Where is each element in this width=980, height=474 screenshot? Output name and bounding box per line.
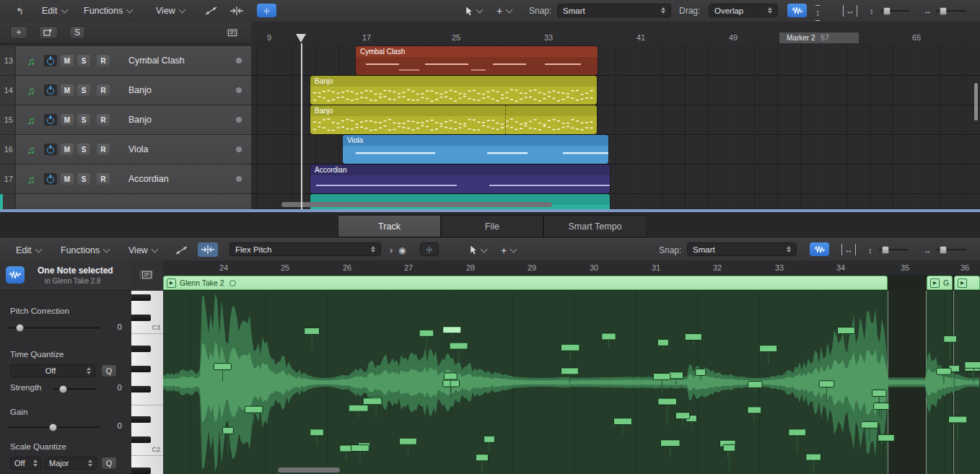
audio-region-header-stub[interactable]: ▶ [954,276,980,290]
piano-keyboard[interactable]: C3 C2 [131,291,164,474]
flex-time-icon[interactable] [229,0,244,22]
catch-playhead-icon[interactable]: ◉ [398,239,406,261]
pointer-tool[interactable] [469,239,486,261]
track-row[interactable]: 13 ♫ M S R Cymbal Clash [0,46,251,76]
record-enable-button[interactable]: R [97,114,110,126]
play-icon[interactable]: ▶ [958,278,967,288]
vertical-zoom-slider[interactable] [879,249,908,250]
global-solo-button[interactable]: S [69,26,85,39]
track-row[interactable]: 14 ♫ M S R Banjo [0,76,251,105]
track-row[interactable]: 16 ♫ M S R Viola [0,135,251,164]
region-viola[interactable]: Viola [343,135,608,164]
region-cymbal-clash[interactable]: Cymbal Clash [356,46,598,75]
playhead-line[interactable] [301,43,302,209]
piano-black-key[interactable] [131,366,151,372]
solo-button[interactable]: S [77,114,90,126]
vertical-scrollbar[interactable] [974,83,978,120]
record-enable-button[interactable]: R [97,144,110,155]
scale-root-select[interactable]: Off [10,457,42,470]
solo-button[interactable]: S [77,144,90,155]
slider-knob[interactable] [940,7,947,15]
editor-menu-view[interactable]: View [128,239,157,261]
mute-button[interactable]: M [61,55,74,66]
snap-dropdown[interactable]: Smart [687,242,797,256]
waveform-zoom-button[interactable] [787,4,807,17]
show-flex-button[interactable]: ›|‹ [420,242,439,256]
flex-pitch-notes[interactable] [163,291,980,474]
editor-horizontal-scrollbar[interactable] [278,468,340,473]
menu-view[interactable]: View [156,0,185,22]
record-enable-button[interactable]: R [97,173,110,185]
horizontal-zoom-slider[interactable] [936,249,966,250]
gain-slider[interactable] [7,426,100,429]
track-name[interactable]: Viola [128,144,236,154]
snap-dropdown[interactable]: Smart [557,4,671,17]
piano-black-key[interactable] [131,416,151,423]
command-click-tool[interactable]: + [496,0,512,22]
track-header-options-icon[interactable] [225,27,240,38]
menu-functions[interactable]: Functions [84,0,132,22]
editor-menu-edit[interactable]: Edit [16,239,41,261]
region-accordian[interactable]: Accordian [310,164,610,193]
fit-horizontal-icon[interactable]: ↔ [843,5,857,17]
flex-mode-icon[interactable] [198,242,218,257]
mute-button[interactable]: M [61,173,74,185]
bar-ruler[interactable]: Marker 2 9 17 25 33 41 49 57 65 [251,22,980,44]
piano-black-key[interactable] [131,386,151,392]
time-quantize-select[interactable]: Off [10,364,95,377]
track-row[interactable]: 17 ♫ M S R Accordian [0,164,251,194]
mute-button[interactable]: M [61,84,74,96]
midi-in-icon[interactable]: › [390,239,393,261]
record-enable-button[interactable]: R [97,55,110,66]
tab-smart-tempo[interactable]: Smart Tempo [543,215,647,237]
scale-quantize-apply-button[interactable]: Q [101,457,117,470]
add-track-button[interactable]: + [10,26,27,39]
region-banjo-1[interactable]: Banjo [310,76,597,105]
solo-button[interactable]: S [77,84,90,96]
track-on-button[interactable] [44,144,57,155]
time-quantize-apply-button[interactable]: Q [101,364,117,377]
piano-black-key[interactable] [131,315,151,321]
editor-bar-ruler[interactable]: 24 25 26 27 28 29 30 31 32 33 34 35 36 [163,260,980,276]
slider-knob[interactable] [49,423,57,431]
slider-knob[interactable] [883,7,891,15]
piano-black-key[interactable] [131,294,151,301]
waveform-zoom-button[interactable] [810,242,829,256]
pitch-editing-canvas[interactable] [163,291,980,474]
fit-horizontal-icon[interactable]: ↔ [841,244,856,255]
tab-file[interactable]: File [441,215,543,237]
duplicate-track-button[interactable] [39,26,58,39]
track-name[interactable]: Banjo [128,115,236,125]
track-on-button[interactable] [44,114,57,126]
piano-black-key[interactable] [131,468,151,474]
scale-type-select[interactable]: Major [45,457,97,470]
mute-button[interactable]: M [61,114,74,126]
flex-pitch-editor[interactable]: 24 25 26 27 28 29 30 31 32 33 34 35 36 ▶… [163,260,980,474]
command-click-tool[interactable]: + [501,239,516,261]
vertical-auto-zoom-icon[interactable]: ↕ [815,5,820,21]
editor-menu-functions[interactable]: Functions [61,239,109,261]
drag-dropdown[interactable]: Overlap [709,4,778,17]
slider-knob[interactable] [882,246,889,254]
vertical-zoom-slider[interactable] [880,10,909,12]
solo-button[interactable]: S [77,173,90,185]
horizontal-scrollbar[interactable] [281,202,552,207]
slider-knob[interactable] [59,385,67,393]
slider-knob[interactable] [940,246,947,254]
track-row-partial[interactable] [0,194,251,209]
track-name[interactable]: Accordian [128,174,236,184]
track-on-button[interactable] [44,55,57,66]
pitch-correction-slider[interactable] [7,327,100,329]
strength-slider[interactable] [53,388,97,390]
menu-edit[interactable]: Edit [42,0,67,22]
local-inspector-toggle-icon[interactable] [139,269,154,281]
region-banjo-2[interactable]: Banjo [310,105,597,134]
track-row[interactable]: 15 ♫ M S R Banjo [0,105,251,135]
piano-black-key[interactable] [131,436,151,443]
record-enable-button[interactable]: R [97,84,110,96]
undo-arrow-icon[interactable]: ↰ [16,0,24,22]
mute-button[interactable]: M [61,144,74,155]
arrange-area[interactable]: Cymbal Clash Banjo Banjo Viola Accordian [251,43,980,209]
piano-black-key[interactable] [131,346,151,352]
audio-region-header[interactable]: ▶ Glenn Take 2 [163,276,888,290]
